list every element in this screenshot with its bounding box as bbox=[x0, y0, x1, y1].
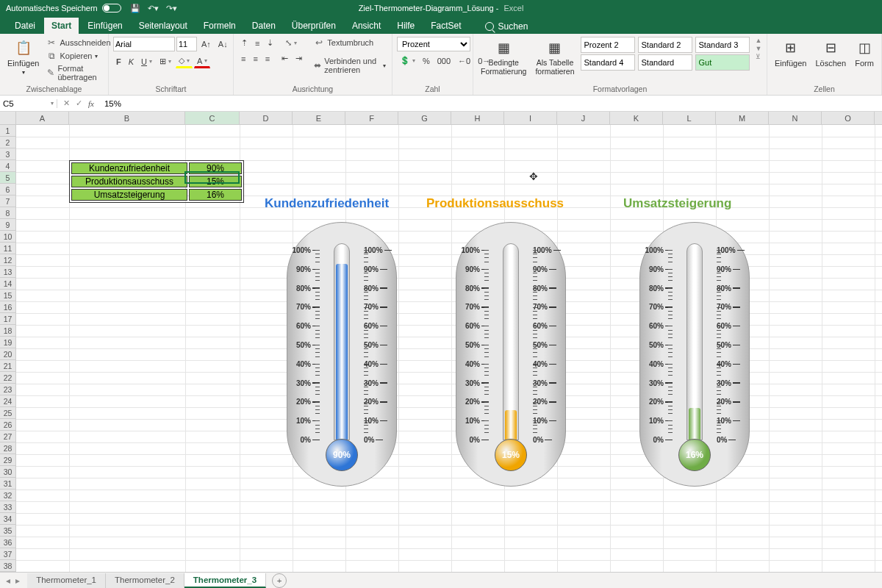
sheet-nav[interactable]: ◂ ▸ bbox=[0, 576, 27, 586]
table-cell[interactable]: 15% bbox=[189, 176, 242, 187]
row-header[interactable]: 32 bbox=[0, 490, 16, 501]
row-header[interactable]: 8 bbox=[0, 207, 16, 219]
row-header[interactable]: 18 bbox=[0, 325, 16, 337]
worksheet-grid[interactable]: ABCDEFGHIJKLMNO 123456789101112131415161… bbox=[0, 112, 882, 578]
column-header[interactable]: D bbox=[240, 112, 293, 124]
align-top-icon[interactable]: ⇡ bbox=[238, 37, 251, 49]
undo-icon[interactable]: ↶▾ bbox=[148, 4, 159, 13]
merge-center-button[interactable]: ⬌Verbinden und zentrieren▾ bbox=[312, 56, 387, 75]
table-cell[interactable]: Umsatzsteigerung bbox=[71, 189, 187, 201]
percent-format-icon[interactable]: % bbox=[420, 54, 433, 67]
fill-color-button[interactable]: ◇ bbox=[176, 54, 193, 68]
row-header[interactable]: 3 bbox=[0, 148, 16, 160]
format-as-table-button[interactable]: ▦Als Tabelle formatieren bbox=[532, 37, 577, 77]
row-header[interactable]: 37 bbox=[0, 548, 16, 560]
ribbon-tab-datei[interactable]: Datei bbox=[7, 18, 43, 34]
row-header[interactable]: 5 bbox=[0, 172, 16, 184]
cell-style-gut[interactable]: Gut bbox=[695, 54, 750, 71]
row-header[interactable]: 6 bbox=[0, 184, 16, 196]
row-header[interactable]: 4 bbox=[0, 160, 16, 172]
styles-more-icon[interactable]: ⊻ bbox=[756, 53, 762, 60]
align-bottom-icon[interactable]: ⇣ bbox=[264, 37, 276, 49]
ribbon-tab-hilfe[interactable]: Hilfe bbox=[390, 18, 422, 34]
row-header[interactable]: 12 bbox=[0, 254, 16, 266]
paste-button[interactable]: 📋Einfügen▾ bbox=[4, 37, 42, 77]
increase-indent-icon[interactable]: ⇥ bbox=[293, 52, 305, 65]
insert-cells-button[interactable]: ⊞Einfügen bbox=[772, 37, 809, 69]
conditional-formatting-button[interactable]: ▦Bedingte Formatierung bbox=[478, 37, 529, 77]
fx-icon[interactable]: fx bbox=[88, 99, 94, 108]
save-icon[interactable]: 💾 bbox=[130, 4, 140, 13]
sheet-tab[interactable]: Thermometer_1 bbox=[27, 573, 106, 588]
cell-style-standard[interactable]: Standard bbox=[638, 54, 692, 71]
column-header[interactable]: H bbox=[451, 112, 504, 124]
row-header[interactable]: 31 bbox=[0, 478, 16, 490]
increase-font-icon[interactable]: A↑ bbox=[198, 37, 214, 51]
align-right-icon[interactable]: ≡ bbox=[262, 52, 273, 65]
row-header[interactable]: 17 bbox=[0, 313, 16, 325]
column-header[interactable]: I bbox=[504, 112, 557, 124]
row-header[interactable]: 27 bbox=[0, 431, 16, 442]
row-header[interactable]: 22 bbox=[0, 372, 16, 384]
row-header[interactable]: 34 bbox=[0, 513, 16, 525]
column-header[interactable]: C bbox=[185, 112, 240, 124]
thermometer-chart[interactable]: 100%90%80%70%60%50%40%30%20%10%0%100%90%… bbox=[456, 222, 566, 487]
row-header[interactable]: 30 bbox=[0, 466, 16, 478]
styles-down-icon[interactable]: ▼ bbox=[756, 45, 762, 52]
ribbon-tab-ansicht[interactable]: Ansicht bbox=[345, 18, 388, 34]
cell-style-standard-3[interactable]: Standard 3 bbox=[695, 37, 750, 53]
decrease-indent-icon[interactable]: ⇤ bbox=[279, 52, 291, 65]
cut-button[interactable]: ✂Ausschneiden bbox=[45, 37, 112, 49]
cell-style-standard-4[interactable]: Standard 4 bbox=[581, 54, 635, 71]
row-header[interactable]: 20 bbox=[0, 348, 16, 360]
sheet-tab[interactable]: Thermometer_2 bbox=[106, 573, 184, 588]
row-header[interactable]: 2 bbox=[0, 137, 16, 148]
redo-icon[interactable]: ↷▾ bbox=[166, 4, 177, 13]
table-cell[interactable]: 90% bbox=[189, 162, 242, 174]
sheet-tab[interactable]: Thermometer_3 bbox=[184, 573, 266, 588]
column-header[interactable]: J bbox=[557, 112, 610, 124]
number-format-combo[interactable]: Prozent bbox=[397, 37, 470, 51]
row-header[interactable]: 7 bbox=[0, 196, 16, 207]
row-header[interactable]: 13 bbox=[0, 266, 16, 278]
row-header[interactable]: 33 bbox=[0, 501, 16, 513]
ribbon-tab-einfügen[interactable]: Einfügen bbox=[80, 18, 129, 34]
column-header[interactable]: A bbox=[16, 112, 69, 124]
font-color-button[interactable]: A bbox=[194, 54, 210, 68]
format-cells-button[interactable]: ◫Form bbox=[852, 37, 877, 69]
border-button[interactable]: ⊞ bbox=[157, 54, 174, 68]
column-header[interactable]: E bbox=[293, 112, 345, 124]
row-header[interactable]: 9 bbox=[0, 219, 16, 231]
row-header[interactable]: 1 bbox=[0, 125, 16, 137]
copy-button[interactable]: ⧉Kopieren▾ bbox=[45, 50, 112, 62]
cell-style-standard-2[interactable]: Standard 2 bbox=[638, 37, 692, 53]
orientation-icon[interactable]: ⤡ bbox=[282, 37, 300, 49]
row-header[interactable]: 11 bbox=[0, 243, 16, 254]
align-middle-icon[interactable]: ≡ bbox=[252, 37, 262, 49]
row-header[interactable]: 24 bbox=[0, 395, 16, 407]
row-header[interactable]: 21 bbox=[0, 360, 16, 372]
thermometer-chart[interactable]: 100%90%80%70%60%50%40%30%20%10%0%100%90%… bbox=[639, 222, 750, 487]
row-header[interactable]: 28 bbox=[0, 442, 16, 454]
column-header[interactable]: L bbox=[663, 112, 716, 124]
row-header[interactable]: 16 bbox=[0, 301, 16, 313]
row-header[interactable]: 38 bbox=[0, 560, 16, 572]
underline-button[interactable]: U bbox=[138, 54, 155, 68]
italic-button[interactable]: K bbox=[126, 54, 137, 68]
accounting-format-icon[interactable]: 💲 bbox=[397, 54, 418, 67]
column-header[interactable]: O bbox=[822, 112, 875, 124]
wrap-text-button[interactable]: ↩Textumbruch bbox=[312, 37, 387, 49]
ribbon-tab-überprüfen[interactable]: Überprüfen bbox=[284, 18, 343, 34]
column-header[interactable]: B bbox=[69, 112, 185, 124]
row-header[interactable]: 23 bbox=[0, 384, 16, 395]
font-name-combo[interactable] bbox=[113, 37, 175, 51]
column-header[interactable]: K bbox=[610, 112, 663, 124]
table-cell[interactable]: Produktionsausschuss bbox=[71, 176, 187, 187]
accept-formula-icon[interactable]: ✓ bbox=[76, 98, 82, 108]
search-label[interactable]: Suchen bbox=[498, 21, 528, 32]
table-cell[interactable]: Kundenzufriedenheit bbox=[71, 162, 187, 174]
ribbon-tab-factset[interactable]: FactSet bbox=[423, 18, 468, 34]
name-box[interactable]: C5 bbox=[0, 99, 57, 108]
row-header[interactable]: 14 bbox=[0, 278, 16, 290]
select-all-corner[interactable] bbox=[0, 112, 16, 124]
